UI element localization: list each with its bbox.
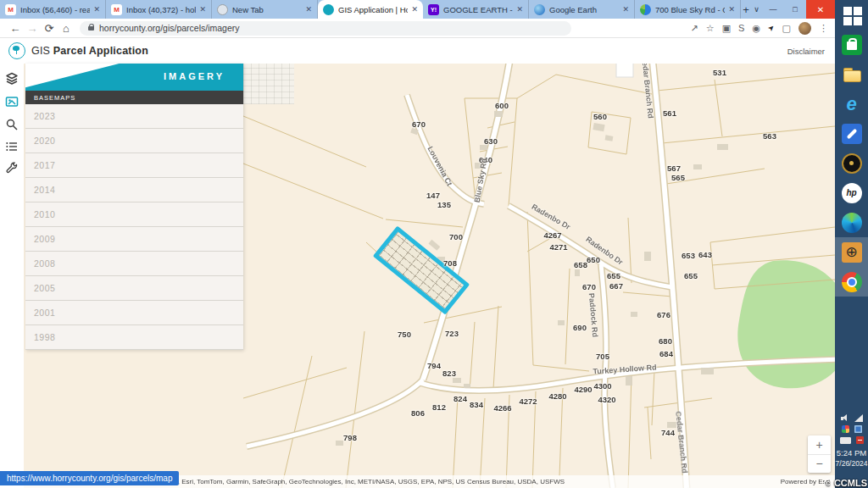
gis-favicon — [323, 4, 334, 15]
basemaps-section-header: BASEMAPS — [25, 91, 243, 104]
lock-icon — [88, 26, 94, 30]
gold-ring-icon — [842, 153, 862, 174]
back-icon[interactable]: ← — [7, 22, 24, 35]
globe-app-taskbar-icon[interactable]: ⊕ — [835, 237, 868, 267]
browser-tab[interactable]: 700 Blue Sky Rd - Goo✕ — [635, 0, 741, 19]
layers-icon[interactable] — [5, 72, 19, 86]
window-controls: — □ ✕ — [762, 0, 835, 19]
basemap-year-2023[interactable]: 2023 — [25, 104, 243, 129]
tab-close-icon[interactable]: ✕ — [516, 5, 523, 14]
blue-tool-taskbar-icon[interactable] — [835, 119, 868, 148]
battery-icon[interactable] — [840, 437, 851, 444]
browser-tab[interactable]: MInbox (40,372) - holm✕ — [106, 0, 212, 19]
browser-tab[interactable]: MInbox (56,460) - realty✕ — [0, 0, 106, 19]
basemap-year-2005[interactable]: 2005 — [25, 276, 243, 301]
reading-list-icon[interactable]: ▢ — [782, 23, 791, 34]
gold-ring-taskbar-icon[interactable] — [835, 148, 868, 178]
tab-close-icon[interactable]: ✕ — [305, 5, 312, 14]
new-tab-button[interactable]: + — [741, 0, 751, 19]
notification-icon[interactable] — [856, 436, 864, 444]
browser-tab[interactable]: Y!GOOGLE EARTH - Yah✕ — [423, 0, 529, 19]
basemap-year-1998[interactable]: 1998 — [25, 325, 243, 350]
brand-prefix: GIS — [31, 45, 50, 57]
brand-bold: Parcel Application — [53, 45, 148, 57]
tab-close-icon[interactable]: ✕ — [411, 5, 418, 14]
browser-tab[interactable]: Google Earth✕ — [529, 0, 635, 19]
bookmark-star-icon[interactable]: ☆ — [706, 23, 715, 34]
ccmls-logo-icon: C — [824, 479, 832, 487]
tray-color-icon[interactable] — [842, 425, 849, 433]
store-icon — [842, 35, 862, 55]
maximize-button[interactable]: □ — [784, 0, 806, 19]
tools-wrench-icon[interactable] — [5, 161, 19, 175]
store-taskbar-icon[interactable] — [835, 30, 868, 59]
gmail-favicon: M — [111, 4, 122, 15]
basemap-year-2001[interactable]: 2001 — [25, 301, 243, 325]
system-tray: 5:24 PM 7/26/2024 — [835, 413, 868, 468]
basemap-year-2010[interactable]: 2010 — [25, 202, 243, 227]
basemap-year-2008[interactable]: 2008 — [25, 252, 243, 276]
green-area — [737, 260, 835, 388]
earth-color-favicon — [640, 4, 651, 15]
basemap-year-2017[interactable]: 2017 — [25, 153, 243, 178]
globe-app-icon: ⊕ — [842, 242, 862, 263]
start-taskbar-icon[interactable] — [835, 0, 868, 30]
file-explorer-icon — [842, 64, 862, 85]
tab-close-icon[interactable]: ✕ — [93, 5, 100, 14]
tab-close-icon[interactable]: ✕ — [199, 5, 206, 14]
minimize-button[interactable]: — — [762, 0, 784, 19]
menu-kebab-icon[interactable]: ⋮ — [819, 23, 828, 34]
basemap-year-2009[interactable]: 2009 — [25, 227, 243, 252]
edge-icon — [842, 213, 862, 233]
basemap-year-2020[interactable]: 2020 — [25, 129, 243, 153]
chrome-icon — [842, 272, 862, 292]
network-signal-icon[interactable] — [854, 414, 863, 422]
address-bar[interactable]: horrycounty.org/gis/parcels/imagery — [80, 21, 571, 36]
tray-blue-icon[interactable] — [854, 425, 862, 433]
reload-icon[interactable]: ⟳ — [41, 22, 58, 35]
volume-icon[interactable] — [841, 414, 849, 422]
chrome-taskbar-icon[interactable] — [835, 267, 868, 297]
hp-taskbar-icon[interactable]: hp — [835, 178, 868, 208]
pin-icon[interactable]: ➤ — [766, 23, 776, 33]
legend-list-icon[interactable] — [5, 140, 19, 153]
browser-tab-strip: MInbox (56,460) - realty✕MInbox (40,372)… — [0, 0, 835, 19]
internet-explorer-icon: e — [842, 94, 862, 114]
app-header: GIS Parcel Application Disclaimer — [0, 38, 835, 64]
extension-icon[interactable]: ▣ — [722, 23, 731, 34]
profile-avatar[interactable] — [798, 22, 811, 35]
home-icon[interactable]: ⌂ — [58, 22, 75, 35]
browser-tab[interactable]: New Tab✕ — [212, 0, 318, 19]
zoom-out-button[interactable]: − — [808, 455, 831, 474]
close-button[interactable]: ✕ — [806, 0, 835, 19]
browser-tab[interactable]: GIS Application | Horry✕ — [318, 0, 423, 19]
file-explorer-taskbar-icon[interactable] — [835, 59, 868, 89]
hp-icon: hp — [842, 183, 862, 203]
tab-close-icon[interactable]: ✕ — [728, 5, 735, 14]
toolbar-actions: ↗ ☆ ▣ S ◉ ➤ ▢ ⋮ — [691, 22, 828, 35]
status-link-tooltip: https://www.horrycounty.org/gis/parcels/… — [0, 471, 179, 485]
ccmls-text: CCMLS — [834, 478, 867, 488]
extension-s-icon[interactable]: S — [738, 23, 744, 33]
forward-icon[interactable]: → — [24, 22, 41, 35]
map-zoom-control: + − — [808, 435, 831, 473]
map-widget — [616, 64, 633, 77]
powered-by-esri: Powered by Esri — [781, 478, 830, 485]
basemap-year-2014[interactable]: 2014 — [25, 178, 243, 202]
ccmls-watermark: C CCMLS — [824, 478, 867, 488]
tab-title: Inbox (40,372) - holm — [126, 5, 196, 14]
tab-title: GIS Application | Horry — [338, 5, 408, 14]
basemap-year-list: 2023202020172014201020092008200520011998 — [25, 104, 243, 350]
edge-taskbar-icon[interactable] — [835, 208, 868, 237]
taskbar-clock: 5:24 PM — [837, 448, 866, 458]
search-icon[interactable] — [5, 118, 19, 131]
internet-explorer-taskbar-icon[interactable]: e — [835, 89, 868, 119]
share-icon[interactable]: ↗ — [691, 23, 698, 34]
tab-close-icon[interactable]: ✕ — [622, 5, 629, 14]
tab-search-chevron-icon[interactable]: ∨ — [751, 0, 762, 19]
imagery-basemap-icon[interactable] — [5, 95, 19, 108]
roads — [247, 64, 835, 488]
extension-circle-icon[interactable]: ◉ — [752, 23, 760, 34]
zoom-in-button[interactable]: + — [808, 435, 831, 455]
disclaimer-link[interactable]: Disclaimer — [787, 47, 826, 56]
